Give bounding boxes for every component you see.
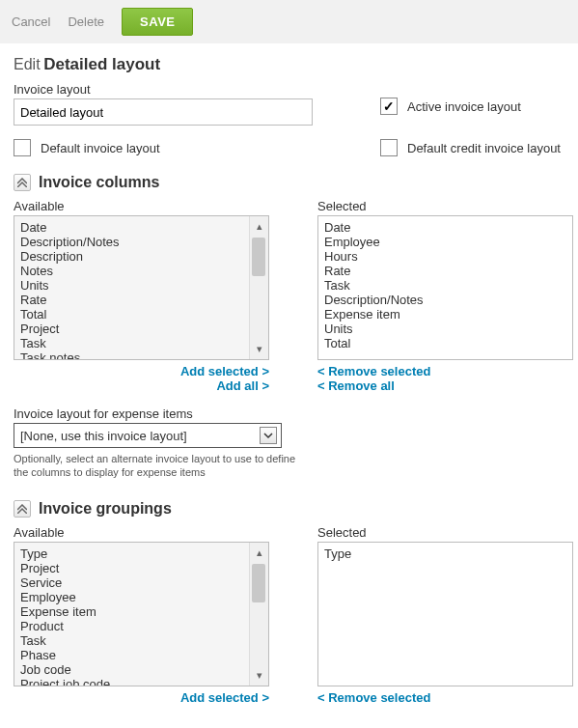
- scrollbar[interactable]: ▴ ▾: [249, 543, 268, 686]
- list-item[interactable]: Rate: [20, 293, 262, 307]
- list-item[interactable]: Project: [20, 561, 262, 575]
- expense-layout-hint: Optionally, select an alternate invoice …: [14, 452, 303, 479]
- available-columns-label: Available: [14, 199, 269, 213]
- expense-layout-select[interactable]: [None, use this invoice layout]: [14, 423, 282, 448]
- chevron-down-icon: [260, 427, 277, 444]
- list-item[interactable]: Expense item: [324, 307, 566, 322]
- scroll-thumb[interactable]: [252, 564, 265, 602]
- list-item[interactable]: Task: [20, 336, 262, 350]
- selected-columns-listbox[interactable]: DateEmployeeHoursRateTaskDescription/Not…: [317, 215, 573, 360]
- invoice-groupings-heading: Invoice groupings: [39, 500, 172, 518]
- default-invoice-layout-label: Default invoice layout: [41, 141, 160, 155]
- selected-columns-label: Selected: [317, 199, 573, 213]
- collapse-icon[interactable]: [14, 500, 31, 518]
- scroll-down-icon[interactable]: ▾: [257, 669, 262, 682]
- page-title-prefix: Edit: [14, 56, 41, 72]
- list-item[interactable]: Hours: [324, 249, 566, 264]
- expense-layout-value: [None, use this invoice layout]: [20, 429, 187, 443]
- list-item[interactable]: Employee: [324, 235, 566, 249]
- list-item[interactable]: Rate: [324, 264, 566, 278]
- selected-groupings-listbox[interactable]: Type: [317, 542, 573, 686]
- scroll-up-icon[interactable]: ▴: [257, 220, 262, 233]
- available-groupings-label: Available: [14, 525, 269, 540]
- list-item[interactable]: Project job code: [20, 677, 262, 686]
- delete-button[interactable]: Delete: [68, 14, 104, 29]
- cancel-button[interactable]: Cancel: [12, 14, 50, 29]
- list-item[interactable]: Total: [20, 307, 262, 322]
- remove-all-link[interactable]: < Remove all: [317, 378, 573, 393]
- add-all-link[interactable]: Add all >: [14, 378, 269, 393]
- available-groupings-listbox[interactable]: TypeProjectServiceEmployeeExpense itemPr…: [14, 542, 269, 686]
- selected-groupings-label: Selected: [317, 525, 573, 540]
- scroll-down-icon[interactable]: ▾: [257, 343, 262, 355]
- list-item[interactable]: Task: [324, 278, 566, 293]
- active-invoice-layout-checkbox[interactable]: [380, 98, 398, 115]
- list-item[interactable]: Description/Notes: [324, 293, 566, 307]
- scrollbar[interactable]: ▴ ▾: [249, 216, 268, 359]
- default-credit-invoice-layout-label: Default credit invoice layout: [407, 141, 561, 155]
- list-item[interactable]: Date: [20, 220, 262, 235]
- list-item[interactable]: Project: [20, 322, 262, 336]
- invoice-columns-heading: Invoice columns: [39, 174, 159, 191]
- invoice-layout-input[interactable]: [14, 98, 313, 126]
- default-credit-invoice-layout-checkbox[interactable]: [380, 139, 398, 156]
- list-item[interactable]: Task notes: [20, 350, 262, 360]
- list-item[interactable]: Total: [324, 336, 566, 350]
- list-item[interactable]: Type: [20, 546, 262, 561]
- list-item[interactable]: Service: [20, 575, 262, 590]
- default-invoice-layout-checkbox[interactable]: [14, 139, 31, 156]
- list-item[interactable]: Description: [20, 249, 262, 264]
- invoice-layout-label: Invoice layout: [14, 82, 313, 97]
- available-columns-listbox[interactable]: DateDescription/NotesDescriptionNotesUni…: [14, 215, 269, 360]
- page-title-name: Detailed layout: [43, 55, 160, 73]
- list-item[interactable]: Employee: [20, 590, 262, 604]
- add-selected-link[interactable]: Add selected >: [14, 690, 269, 705]
- list-item[interactable]: Type: [324, 546, 566, 561]
- collapse-icon[interactable]: [14, 174, 31, 191]
- remove-selected-link[interactable]: < Remove selected: [317, 690, 573, 705]
- list-item[interactable]: Date: [324, 220, 566, 235]
- list-item[interactable]: Job code: [20, 662, 262, 677]
- save-button[interactable]: SAVE: [122, 8, 193, 36]
- list-item[interactable]: Units: [324, 322, 566, 336]
- active-invoice-layout-label: Active invoice layout: [407, 99, 521, 114]
- expense-layout-label: Invoice layout for expense items: [14, 406, 303, 421]
- list-item[interactable]: Task: [20, 633, 262, 648]
- page-title: Edit Detailed layout: [14, 55, 564, 74]
- list-item[interactable]: Phase: [20, 648, 262, 662]
- scroll-up-icon[interactable]: ▴: [257, 546, 262, 559]
- list-item[interactable]: Description/Notes: [20, 235, 262, 249]
- list-item[interactable]: Notes: [20, 264, 262, 278]
- remove-selected-link[interactable]: < Remove selected: [317, 364, 573, 378]
- list-item[interactable]: Product: [20, 619, 262, 633]
- scroll-thumb[interactable]: [252, 238, 265, 276]
- add-selected-link[interactable]: Add selected >: [14, 364, 269, 378]
- list-item[interactable]: Expense item: [20, 604, 262, 619]
- top-toolbar: Cancel Delete SAVE: [0, 0, 578, 43]
- list-item[interactable]: Units: [20, 278, 262, 293]
